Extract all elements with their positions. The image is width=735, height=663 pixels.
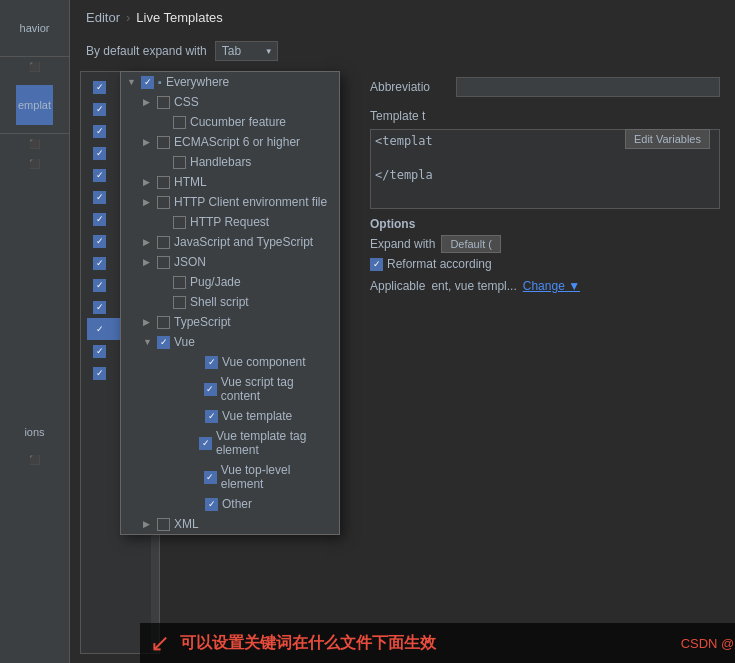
checkbox-vue-component[interactable]: ✓ <box>205 356 218 369</box>
checkbox-pug[interactable] <box>173 276 186 289</box>
arrow-icon: ▶ <box>143 137 153 147</box>
applicable-row: Applicable ent, vue templ... Change ▼ <box>370 279 720 293</box>
expand-select-wrapper: Tab Space Enter <box>215 41 278 61</box>
applicable-label: Applicable <box>370 279 425 293</box>
expand-with-row: Expand with Default ( <box>370 235 720 253</box>
sidebar-icon-4: ⬛ <box>29 455 40 465</box>
dropdown-item-other[interactable]: ✓ Other <box>121 494 339 514</box>
checkbox[interactable]: ✓ <box>93 323 106 336</box>
arrow-icon: ▶ <box>143 197 153 207</box>
sidebar-item-templates[interactable]: emplat <box>16 85 53 125</box>
csdn-badge: CSDN @Hello Dam <box>681 636 735 651</box>
checkbox-vue-script[interactable]: ✓ <box>204 383 217 396</box>
checkbox-css[interactable] <box>157 96 170 109</box>
checkbox-json[interactable] <box>157 256 170 269</box>
annotation-text: 可以设置关键词在什么文件下面生效 <box>180 633 436 654</box>
checkbox-ecma[interactable] <box>157 136 170 149</box>
checkbox[interactable]: ✓ <box>93 345 106 358</box>
checkbox-other[interactable]: ✓ <box>205 498 218 511</box>
expand-select[interactable]: Tab Space Enter <box>215 41 278 61</box>
dropdown-item-vue-component[interactable]: ✓ Vue component <box>121 352 339 372</box>
item-label: Cucumber feature <box>190 115 286 129</box>
dropdown-item-xml[interactable]: ▶ XML <box>121 514 339 534</box>
sidebar-item-label-3: ions <box>22 422 46 442</box>
dropdown-item-pug[interactable]: Pug/Jade <box>121 272 339 292</box>
dropdown-item-typescript[interactable]: ▶ TypeScript <box>121 312 339 332</box>
change-link[interactable]: Change ▼ <box>523 279 580 293</box>
checkbox[interactable]: ✓ <box>93 301 106 314</box>
checkbox[interactable]: ✓ <box>93 191 106 204</box>
dropdown-item-json[interactable]: ▶ JSON <box>121 252 339 272</box>
checkbox[interactable]: ✓ <box>93 169 106 182</box>
checkbox[interactable]: ✓ <box>93 81 106 94</box>
checkbox-xml[interactable] <box>157 518 170 531</box>
checkbox-vue[interactable]: ✓ <box>157 336 170 349</box>
dropdown-item-shell[interactable]: Shell script <box>121 292 339 312</box>
sidebar-item-label: havior <box>18 18 52 38</box>
applicable-info: ent, vue templ... <box>431 279 516 293</box>
item-label: Vue template tag element <box>216 429 333 457</box>
checkbox-handlebars[interactable] <box>173 156 186 169</box>
dropdown-item-vue-template-tag[interactable]: ✓ Vue template tag element <box>121 426 339 460</box>
checkbox-http-client[interactable] <box>157 196 170 209</box>
checkbox[interactable]: ✓ <box>93 279 106 292</box>
right-panel: Abbreviatio Template t <templat </templa… <box>360 71 730 293</box>
folder-icon: ▪ <box>158 76 162 88</box>
checkbox-typescript[interactable] <box>157 316 170 329</box>
checkbox-everywhere[interactable]: ✓ <box>141 76 154 89</box>
checkbox-cucumber[interactable] <box>173 116 186 129</box>
item-label: JSON <box>174 255 206 269</box>
checkbox-vue-toplevel[interactable]: ✓ <box>204 471 217 484</box>
checkbox-html[interactable] <box>157 176 170 189</box>
options-section: Options Expand with Default ( ✓ Reformat… <box>370 217 720 271</box>
dropdown-item-vue-script[interactable]: ✓ Vue script tag content <box>121 372 339 406</box>
arrow-icon: ▼ <box>143 337 153 347</box>
abbreviation-input[interactable] <box>456 77 720 97</box>
dropdown-item-http-client[interactable]: ▶ HTTP Client environment file <box>121 192 339 212</box>
item-label: Vue template <box>222 409 292 423</box>
main-content: Editor › Live Templates By default expan… <box>70 0 735 663</box>
checkbox[interactable]: ✓ <box>93 147 106 160</box>
dropdown-item-html[interactable]: ▶ HTML <box>121 172 339 192</box>
checkbox[interactable]: ✓ <box>93 257 106 270</box>
sidebar-item-behavior[interactable]: havior <box>18 8 52 48</box>
dropdown-item-vue-toplevel[interactable]: ✓ Vue top-level element <box>121 460 339 494</box>
abbreviation-label: Abbreviatio <box>370 80 450 94</box>
dropdown-item-handlebars[interactable]: Handlebars <box>121 152 339 172</box>
item-label: HTML <box>174 175 207 189</box>
edit-variables-button[interactable]: Edit Variables <box>625 129 710 149</box>
template-line3: </templa <box>375 168 715 182</box>
dropdown-item-js-ts[interactable]: ▶ JavaScript and TypeScript <box>121 232 339 252</box>
breadcrumb-parent: Editor <box>86 10 120 25</box>
checkbox-shell[interactable] <box>173 296 186 309</box>
template-row: Template t <box>370 103 720 129</box>
dropdown-item-ecma[interactable]: ▶ ECMAScript 6 or higher <box>121 132 339 152</box>
expand-label: By default expand with <box>86 44 207 58</box>
item-label: Handlebars <box>190 155 251 169</box>
arrow-icon: ▶ <box>143 97 153 107</box>
expand-default-button[interactable]: Default ( <box>441 235 501 253</box>
breadcrumb: Editor › Live Templates <box>70 0 735 35</box>
checkbox-js-ts[interactable] <box>157 236 170 249</box>
checkbox[interactable]: ✓ <box>93 125 106 138</box>
dropdown-item-css[interactable]: ▶ CSS <box>121 92 339 112</box>
dropdown-item-http-request[interactable]: HTTP Request <box>121 212 339 232</box>
sidebar-icon-3: ⬛ <box>29 159 40 169</box>
dropdown-item-cucumber[interactable]: Cucumber feature <box>121 112 339 132</box>
checkbox[interactable]: ✓ <box>93 367 106 380</box>
checkbox-vue-template[interactable]: ✓ <box>205 410 218 423</box>
reformat-checkbox[interactable]: ✓ <box>370 258 383 271</box>
checkbox-vue-template-tag[interactable]: ✓ <box>199 437 212 450</box>
template-line2 <box>375 148 715 168</box>
item-label: CSS <box>174 95 199 109</box>
checkbox-http-request[interactable] <box>173 216 186 229</box>
dropdown-item-vue[interactable]: ▼ ✓ Vue <box>121 332 339 352</box>
arrow-icon: ▶ <box>143 177 153 187</box>
checkbox[interactable]: ✓ <box>93 103 106 116</box>
checkbox[interactable]: ✓ <box>93 213 106 226</box>
item-label: Vue top-level element <box>221 463 333 491</box>
dropdown-item-everywhere[interactable]: ▼ ✓ ▪ Everywhere <box>121 72 339 92</box>
sidebar-icon-1: ⬛ <box>29 62 40 72</box>
checkbox[interactable]: ✓ <box>93 235 106 248</box>
dropdown-item-vue-template[interactable]: ✓ Vue template <box>121 406 339 426</box>
